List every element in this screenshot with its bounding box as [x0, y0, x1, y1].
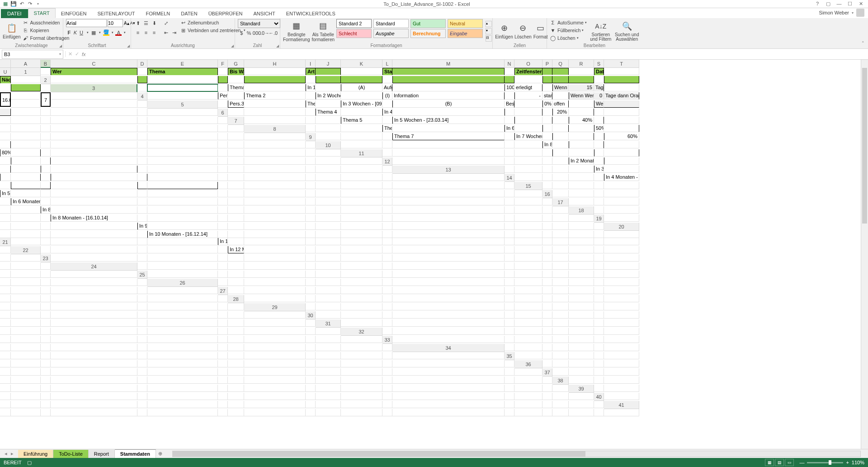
tab-developer[interactable]: ENTWICKLERTOOLS	[281, 9, 341, 18]
account-name[interactable]: Simon Weber ▾	[816, 7, 868, 18]
align-right-icon[interactable]: ≡	[150, 29, 158, 37]
format-painter-icon: 🖌	[22, 35, 28, 41]
format-icon: ▭	[535, 23, 546, 33]
cond-format-icon: ▦	[291, 20, 302, 31]
dropdown-icon[interactable]: ▾	[122, 29, 128, 37]
tab-review[interactable]: ÜBERPRÜFEN	[203, 9, 248, 18]
insert-icon: ⊕	[499, 23, 509, 33]
fill-color-button[interactable]: 🪣	[103, 29, 109, 37]
delete-cells-button[interactable]: ⊖Löschen	[514, 19, 532, 43]
align-middle-icon[interactable]: ☰	[142, 19, 150, 27]
fill-button[interactable]: ▼Füllbereich▾	[550, 27, 587, 34]
launcher-icon[interactable]: ◢	[231, 44, 234, 48]
help-icon[interactable]: ?	[814, 1, 821, 7]
autosum-button[interactable]: ΣAutoSumme▾	[550, 19, 587, 26]
italic-button[interactable]: K	[72, 29, 79, 37]
font-name-input[interactable]	[66, 19, 107, 27]
thousands-icon[interactable]: 000	[253, 29, 261, 37]
dropdown-icon[interactable]: ▾	[85, 29, 91, 37]
undo-icon[interactable]: ↶	[18, 0, 25, 8]
ribbon: 📋 Einfügen ✂Ausschneiden ⎘Kopieren 🖌Form…	[0, 18, 868, 49]
cell-style-standard[interactable]: Standard	[373, 19, 409, 28]
tab-start[interactable]: START	[28, 8, 56, 18]
cell-style-input[interactable]: Eingabe	[448, 29, 483, 38]
cell-style-good[interactable]: Gut	[410, 19, 446, 28]
style-scroll-up-icon[interactable]: ▴	[486, 21, 492, 27]
cell-style-output[interactable]: Ausgabe	[373, 29, 409, 38]
format-as-table-button[interactable]: ▤ Als Tabelle formatieren	[311, 19, 335, 43]
tab-layout[interactable]: SEITENLAYOUT	[92, 9, 140, 18]
avatar-icon	[856, 9, 864, 17]
align-top-icon[interactable]: ⬆	[134, 19, 142, 27]
close-icon[interactable]: ✕	[857, 1, 864, 7]
copy-button[interactable]: ⎘Kopieren	[22, 27, 69, 34]
group-cells: ⊕Einfügen ⊖Löschen ▭Format Zellen	[493, 18, 547, 48]
ribbon-options-icon[interactable]: ▢	[825, 1, 832, 7]
tab-view[interactable]: ANSICHT	[248, 9, 280, 18]
ribbon-tabs: DATEI START EINFÜGEN SEITENLAYOUT FORMEL…	[0, 8, 868, 18]
indent-decrease-icon[interactable]: ⇤	[162, 29, 170, 37]
font-size-input[interactable]	[108, 19, 123, 27]
redo-icon[interactable]: ↷	[26, 0, 33, 8]
percent-icon[interactable]: %	[245, 29, 253, 37]
group-label: Zwischenablage	[3, 43, 60, 48]
group-number: Standard $ % 000 .0→ ←.0 Zahl ◢	[235, 18, 280, 48]
cell-style-calc[interactable]: Berechnung	[410, 29, 446, 38]
indent-increase-icon[interactable]: ⇥	[170, 29, 178, 37]
align-center-icon[interactable]: ≡	[142, 29, 150, 37]
paste-label: Einfügen	[3, 34, 20, 39]
launcher-icon[interactable]: ◢	[276, 44, 279, 48]
font-color-button[interactable]: A	[115, 29, 122, 37]
cut-button[interactable]: ✂Ausschneiden	[22, 19, 69, 26]
sort-filter-button[interactable]: A↓ZSortieren und Filtern	[589, 19, 613, 43]
decrease-decimal-icon[interactable]: ←.0	[269, 29, 277, 37]
format-painter-button[interactable]: 🖌Format übertragen	[22, 34, 69, 42]
style-gallery-icon[interactable]: ⊟	[486, 35, 492, 42]
align-left-icon[interactable]: ≡	[134, 29, 142, 37]
increase-font-icon[interactable]: A▴	[124, 21, 129, 26]
clear-button[interactable]: ◯Löschen▾	[550, 34, 587, 42]
currency-icon[interactable]: $	[238, 29, 245, 37]
enter-icon[interactable]: ✓	[75, 51, 79, 57]
cell-style-standard2[interactable]: Standard 2	[336, 19, 372, 28]
dropdown-icon[interactable]: ▾	[97, 29, 103, 37]
align-bottom-icon[interactable]: ⬇	[150, 19, 158, 27]
cell-style-bad[interactable]: Schlecht	[336, 29, 372, 38]
launcher-icon[interactable]: ◢	[59, 44, 62, 48]
maximize-icon[interactable]: ☐	[846, 1, 854, 7]
style-scroll-down-icon[interactable]: ▾	[486, 28, 492, 34]
dropdown-icon[interactable]: ▾	[109, 29, 116, 37]
customize-qat-icon[interactable]: ▾	[34, 0, 42, 8]
group-styles: ▦ Bedingte Formatierung ▤ Als Tabelle fo…	[280, 18, 493, 48]
underline-button[interactable]: U	[78, 29, 85, 37]
collapse-ribbon-icon[interactable]: ˄	[858, 39, 868, 48]
sum-icon: Σ	[550, 19, 556, 26]
file-tab[interactable]: DATEI	[1, 9, 28, 18]
border-button[interactable]: ▦	[91, 29, 97, 37]
save-icon[interactable]: 💾	[10, 0, 17, 8]
cell-style-neutral[interactable]: Neutral	[448, 19, 483, 28]
fx-icon[interactable]: fx	[82, 52, 86, 57]
launcher-icon[interactable]: ◢	[127, 44, 130, 48]
bold-button[interactable]: F	[66, 29, 72, 37]
find-select-button[interactable]: 🔍Suchen und Auswählen	[615, 19, 639, 43]
table-icon: ▤	[318, 20, 329, 31]
conditional-formatting-button[interactable]: ▦ Bedingte Formatierung	[283, 19, 310, 43]
orientation-icon[interactable]: ⤢	[162, 19, 170, 27]
quick-access-toolbar: ▦ 💾 ↶ ↷ ▾	[0, 0, 43, 8]
cancel-icon[interactable]: ✕	[68, 51, 72, 57]
name-box[interactable]: B3 ▾	[2, 50, 63, 59]
tab-formulas[interactable]: FORMELN	[140, 9, 175, 18]
paste-button[interactable]: 📋 Einfügen	[3, 19, 20, 43]
formula-input[interactable]	[89, 50, 868, 59]
excel-icon: ▦	[2, 0, 9, 8]
insert-cells-button[interactable]: ⊕Einfügen	[495, 19, 513, 43]
merge-icon: ⊞	[180, 27, 186, 33]
increase-decimal-icon[interactable]: .0→	[261, 29, 269, 37]
dropdown-icon[interactable]: ▾	[59, 52, 61, 56]
tab-insert[interactable]: EINFÜGEN	[56, 9, 92, 18]
tab-data[interactable]: DATEN	[175, 9, 203, 18]
minimize-icon[interactable]: —	[835, 1, 843, 7]
number-format-select[interactable]: Standard	[238, 19, 280, 28]
format-cells-button[interactable]: ▭Format	[533, 19, 548, 43]
